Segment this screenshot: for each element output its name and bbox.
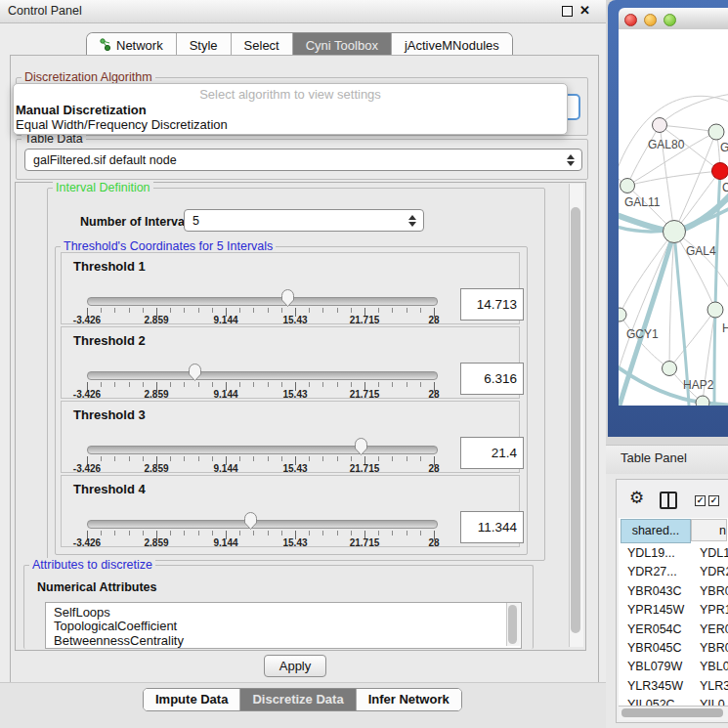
slider-thumb[interactable] <box>188 363 202 382</box>
node-label: GAL4 <box>686 244 716 258</box>
node-selected-red[interactable] <box>712 163 728 180</box>
threshold-label: Threshold 3 <box>73 407 146 422</box>
minimize-traffic-light[interactable] <box>644 14 657 26</box>
table-data-combobox[interactable]: galFiltered.sif default node <box>24 149 582 171</box>
slider-thumb[interactable] <box>354 437 368 456</box>
table-data-value: galFiltered.sif default node <box>33 153 177 167</box>
tick-label: 21.715 <box>350 389 380 400</box>
table-cell[interactable]: YBR0 <box>700 641 728 655</box>
apply-button[interactable]: Apply <box>264 655 326 677</box>
table-cell[interactable]: YLR345W <box>627 679 683 693</box>
threshold-label: Threshold 4 <box>73 482 146 496</box>
tick-label: -3.426 <box>73 463 101 474</box>
tick-label: 15.43 <box>282 537 307 548</box>
float-window-icon[interactable] <box>562 6 573 17</box>
table-cell[interactable]: YDR27... <box>627 565 677 578</box>
node-gal80[interactable] <box>653 118 667 133</box>
node-label: H <box>722 321 728 335</box>
control-panel: Control Panel ✕ Network Style Select Cyn… <box>0 0 606 728</box>
tab-style[interactable]: Style <box>177 33 232 57</box>
threshold-label: Threshold 1 <box>73 259 146 274</box>
slider-ticks-major <box>87 531 437 539</box>
attributes-list: SelfLoops TopologicalCoefficient Between… <box>45 602 522 649</box>
checked-checkbox-icon[interactable]: ✓ <box>695 495 706 506</box>
table-cell[interactable]: YER0 <box>700 622 728 636</box>
tab-label: jActiveMNodules <box>405 34 499 57</box>
threshold-value-field[interactable]: 21.4 <box>460 437 524 469</box>
table-cell[interactable]: YBL0 <box>700 660 728 673</box>
table-cell[interactable]: YBR045C <box>627 641 682 655</box>
interval-definition-title: Interval Definition <box>53 181 153 194</box>
table-cell[interactable]: YPR1 <box>700 603 728 617</box>
tab-network[interactable]: Network <box>87 33 177 57</box>
table-panel-title: Table Panel <box>621 450 687 465</box>
threshold-value-field[interactable]: 11.344 <box>460 511 524 543</box>
node-gal11[interactable] <box>621 179 635 193</box>
node-label: GAL11 <box>624 195 661 209</box>
tick-label: 9.144 <box>213 537 237 548</box>
popup-option-manual[interactable]: Manual Discretization <box>16 103 147 117</box>
algorithm-group-title: Discretization Algorithm <box>21 70 155 84</box>
table-rows: YDL19... YDL1 YDR27... YDR2 YBR043C YBR0… <box>619 543 728 706</box>
slider-ticks-major <box>87 308 437 317</box>
tick-label: 21.715 <box>350 537 380 548</box>
tab-label: Network <box>116 34 163 57</box>
table-cell[interactable]: YBL079W <box>627 660 682 673</box>
tab-cyni-toolbox[interactable]: Cyni Toolbox <box>293 33 392 57</box>
table-cell[interactable]: YDL19... <box>627 546 675 560</box>
tick-label: 9.144 <box>213 463 237 474</box>
threshold-label: Threshold 2 <box>73 333 146 348</box>
popup-option-equal-width[interactable]: Equal Width/Frequency Discretization <box>16 117 228 132</box>
table-cell[interactable]: YER054C <box>627 622 682 636</box>
tick-label: -3.426 <box>73 315 101 325</box>
list-item[interactable]: BetweennessCentrality <box>54 633 184 648</box>
node-hap2[interactable] <box>663 362 677 376</box>
node-gcy1[interactable] <box>619 308 626 321</box>
table-cell[interactable]: YDR2 <box>700 565 728 578</box>
horizontal-scrollbar-thumb[interactable] <box>621 708 723 717</box>
column-header-shared[interactable]: shared... <box>621 519 691 543</box>
column-header-name[interactable]: n <box>691 519 727 541</box>
threshold-value-field[interactable]: 14.713 <box>460 288 524 321</box>
node-h[interactable] <box>707 302 723 318</box>
attributes-scrollbar-thumb[interactable] <box>508 605 517 644</box>
tab-jactivemnodules[interactable]: jActiveMNodules <box>392 33 512 57</box>
tab-select[interactable]: Select <box>232 33 293 57</box>
slider-track[interactable] <box>87 446 438 454</box>
slider-thumb[interactable] <box>280 288 295 308</box>
list-item[interactable]: TopologicalCoefficient <box>54 619 177 633</box>
slider-track[interactable] <box>87 371 438 380</box>
tab-infer-network[interactable]: Infer Network <box>357 689 461 710</box>
tick-label: 15.43 <box>282 315 307 325</box>
threshold-value-field[interactable]: 6.316 <box>460 363 524 395</box>
list-item[interactable]: SelfLoops <box>54 605 110 620</box>
tick-label: 21.715 <box>350 315 380 325</box>
checked-checkbox-icon[interactable]: ✓ <box>708 495 719 506</box>
node-top-right[interactable] <box>708 124 724 140</box>
zoom-traffic-light[interactable] <box>664 14 676 26</box>
table-cell[interactable]: YIL0 <box>700 698 725 706</box>
close-traffic-light[interactable] <box>624 14 637 26</box>
table-cell[interactable]: YLR3 <box>700 679 728 693</box>
table-cell[interactable]: YDL1 <box>700 546 728 560</box>
table-cell[interactable]: YBR043C <box>627 584 682 598</box>
tab-discretize-data[interactable]: Discretize Data <box>240 689 356 710</box>
split-columns-icon[interactable] <box>660 492 677 509</box>
slider-thumb[interactable] <box>243 511 258 531</box>
node-gal4[interactable] <box>664 221 686 243</box>
tab-impute-data[interactable]: Impute Data <box>144 689 240 710</box>
tick-label: 28 <box>428 537 439 548</box>
gear-icon[interactable]: ⚙ <box>629 488 644 508</box>
node-bottom[interactable] <box>696 396 709 406</box>
close-icon[interactable]: ✕ <box>579 3 590 18</box>
tick-label: 21.715 <box>350 463 380 474</box>
table-cell[interactable]: YBR0 <box>700 584 728 598</box>
network-canvas[interactable]: GAL80 G C GAL11 GAL4 GCY1 H HAP2 <box>619 29 728 406</box>
slider-track[interactable] <box>87 297 438 306</box>
vertical-scrollbar-thumb[interactable] <box>571 207 580 633</box>
num-intervals-combobox[interactable]: 5 <box>184 209 424 232</box>
slider-track[interactable] <box>87 520 438 529</box>
network-icon <box>100 38 111 52</box>
table-cell[interactable]: YPR145W <box>627 603 684 617</box>
table-cell[interactable]: YIL052C <box>627 698 675 706</box>
